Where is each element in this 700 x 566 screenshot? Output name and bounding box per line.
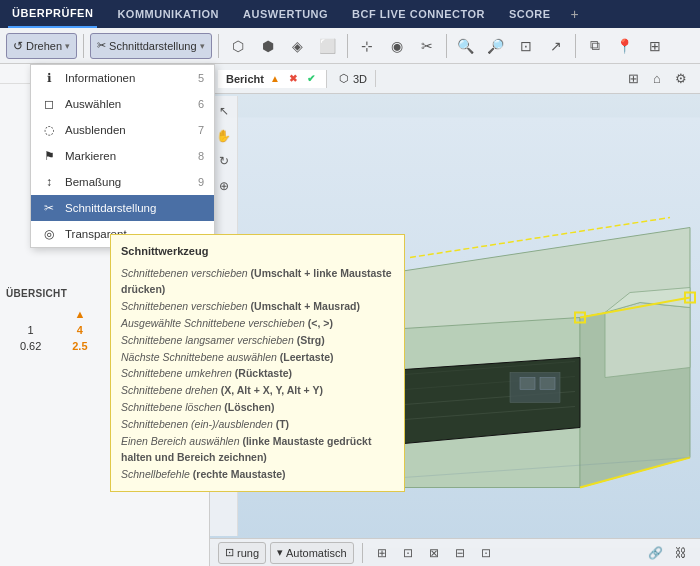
- orbit-tool-icon[interactable]: ↻: [213, 150, 235, 172]
- tooltip-line-1: Schnittebenen verschieben (Umschalt + li…: [121, 265, 394, 299]
- zoom-out-icon[interactable]: 🔎: [483, 33, 509, 59]
- viewport-action-icons: ⊞ ⌂ ⚙: [622, 68, 692, 90]
- menu-item-auswahlen[interactable]: ◻ Auswählen 6: [31, 91, 214, 117]
- stats-cell-label-1: 1: [6, 324, 55, 336]
- zoom-tool-icon[interactable]: ⊕: [213, 175, 235, 197]
- shortcut-7: 7: [198, 124, 204, 136]
- nav-add-tab[interactable]: +: [571, 6, 579, 22]
- warn-icon: ▲: [268, 72, 282, 86]
- viewport-settings[interactable]: ⚙: [670, 68, 692, 90]
- mark-icon: ⚑: [41, 148, 57, 164]
- section-chevron: ▾: [200, 41, 205, 51]
- bottom-icon-5[interactable]: ⊡: [475, 542, 497, 564]
- hide-icon: ◌: [41, 122, 57, 138]
- toolbar-separator-5: [575, 34, 576, 58]
- nav-item-score[interactable]: SCORE: [505, 0, 555, 28]
- nav-item-auswertung[interactable]: AUSWERTUNG: [239, 0, 332, 28]
- main-toolbar: ↺ Drehen ▾ ✂ Schnittdarstellung ▾ ⬡ ⬢ ◈ …: [0, 28, 700, 64]
- section-plane-icon[interactable]: ✂: [414, 33, 440, 59]
- bottom-separator-1: [362, 543, 363, 563]
- pan-tool-icon[interactable]: ✋: [213, 125, 235, 147]
- dropdown-menu: ℹ Informationen 5 ◻ Auswählen 6 ◌ Ausble…: [30, 64, 215, 248]
- tooltip-line-2: Schnittebenen verschieben (Umschalt + Ma…: [121, 298, 394, 315]
- toolbar-separator-2: [218, 34, 219, 58]
- menu-item-schnittdarstellung[interactable]: ✂ Schnittdarstellung: [31, 195, 214, 221]
- layers-icon[interactable]: ⧉: [582, 33, 608, 59]
- svg-marker-12: [605, 303, 690, 378]
- tooltip-line-11: Schnellbefehle (rechte Maustaste): [121, 466, 394, 483]
- viewport-tab-3d[interactable]: ⬡ 3D: [331, 70, 376, 87]
- tooltip-title: Schnittwerkzeug: [121, 243, 394, 261]
- camera-icon[interactable]: ◉: [384, 33, 410, 59]
- auto-icon: ▾: [277, 546, 283, 559]
- nav-item-bcf[interactable]: BCF LIVE CONNECTOR: [348, 0, 489, 28]
- viewport-tab-bericht[interactable]: Bericht ▲ ✖ ✔: [218, 70, 327, 88]
- bottom-rung-label: rung: [237, 547, 259, 559]
- menu-item-informationen[interactable]: ℹ Informationen 5: [31, 65, 214, 91]
- nav-item-kommunikation[interactable]: KOMMUNIKATION: [113, 0, 223, 28]
- view-perspective-icon[interactable]: ◈: [285, 33, 311, 59]
- auto-label: Automatisch: [286, 547, 347, 559]
- bottom-icon-3[interactable]: ⊠: [423, 542, 445, 564]
- left-panel: ▶ ℹ Informationen 5 ◻ Auswählen 6 ◌ Ausb…: [0, 64, 210, 566]
- menu-item-markieren[interactable]: ⚑ Markieren 8: [31, 143, 214, 169]
- select-icon: ◻: [41, 96, 57, 112]
- stats-header-warn: ▲: [55, 308, 104, 320]
- select-tool-icon[interactable]: ↖: [213, 100, 235, 122]
- stats-cell-label-2: 0.62: [6, 340, 55, 352]
- fit-view-icon[interactable]: ⊡: [513, 33, 539, 59]
- arrow-tools-icon[interactable]: ↗: [543, 33, 569, 59]
- tooltip-line-3: Ausgewählte Schnittebene verschieben (<,…: [121, 315, 394, 332]
- shortcut-9: 9: [198, 176, 204, 188]
- bottom-icon-2[interactable]: ⊡: [397, 542, 419, 564]
- bottom-view-btn[interactable]: ⊡ rung: [218, 542, 266, 564]
- menu-label-ausblenden: Ausblenden: [65, 124, 190, 136]
- section-view-button[interactable]: ✂ Schnittdarstellung ▾: [90, 33, 211, 59]
- rotate-button[interactable]: ↺ Drehen ▾: [6, 33, 77, 59]
- toolbar-separator-1: [83, 34, 84, 58]
- stack-layers-icon[interactable]: ⊞: [642, 33, 668, 59]
- view-3d-icon[interactable]: ⬢: [255, 33, 281, 59]
- toolbar-separator-4: [446, 34, 447, 58]
- tooltip-line-9: Schnittebenen (ein-)/ausblenden (T): [121, 416, 394, 433]
- stats-cell-warn-1: 4: [55, 324, 104, 336]
- tooltip-line-5: Nächste Schnittebene auswählen (Leertast…: [121, 349, 394, 366]
- bottom-link-icon-2[interactable]: ⛓: [670, 542, 692, 564]
- shortcut-5: 5: [198, 72, 204, 84]
- error-icon: ✖: [286, 72, 300, 86]
- nav-item-uberprufen[interactable]: ÜBERPRÜFEN: [8, 0, 97, 28]
- svg-rect-10: [520, 378, 535, 390]
- ok-icon: ✔: [304, 72, 318, 86]
- bottom-icon-1[interactable]: ⊞: [371, 542, 393, 564]
- tooltip-line-4: Schnittebene langsamer verschieben (Strg…: [121, 332, 394, 349]
- viewport-bottom-toolbar: ⊡ rung ▾ Automatisch ⊞ ⊡ ⊠ ⊟ ⊡ 🔗 ⛓: [210, 538, 700, 566]
- menu-label-schnittdarstellung: Schnittdarstellung: [65, 202, 196, 214]
- menu-item-ausblenden[interactable]: ◌ Ausblenden 7: [31, 117, 214, 143]
- section-label: Schnittdarstellung: [109, 40, 196, 52]
- bottom-link-icon-1[interactable]: 🔗: [644, 542, 666, 564]
- menu-label-bemabung: Bemaßung: [65, 176, 190, 188]
- rotate-chevron: ▾: [65, 41, 70, 51]
- view-icon-small: ⊡: [225, 546, 234, 559]
- tooltip-line-7: Schnittebene drehen (X, Alt + X, Y, Alt …: [121, 382, 394, 399]
- location-icon[interactable]: 📍: [612, 33, 638, 59]
- measure-icon[interactable]: ⊹: [354, 33, 380, 59]
- viewport-home[interactable]: ⌂: [646, 68, 668, 90]
- measure-dim-icon: ↕: [41, 174, 57, 190]
- viewport-zoom-extents[interactable]: ⊞: [622, 68, 644, 90]
- stats-cell-warn-2: 2.5: [55, 340, 104, 352]
- bottom-icon-4[interactable]: ⊟: [449, 542, 471, 564]
- zoom-in-icon[interactable]: 🔍: [453, 33, 479, 59]
- menu-item-bemabung[interactable]: ↕ Bemaßung 9: [31, 169, 214, 195]
- bottom-auto-btn[interactable]: ▾ Automatisch: [270, 542, 354, 564]
- menu-label-informationen: Informationen: [65, 72, 190, 84]
- shortcut-6: 6: [198, 98, 204, 110]
- shortcut-8: 8: [198, 150, 204, 162]
- viewport-toolbar: Bericht ▲ ✖ ✔ ⬡ 3D ⊞ ⌂ ⚙: [210, 64, 700, 94]
- view-cube-icon[interactable]: ⬡: [225, 33, 251, 59]
- view-ortho-icon[interactable]: ⬜: [315, 33, 341, 59]
- tooltip-popup: Schnittwerkzeug Schnittebenen verschiebe…: [110, 234, 405, 492]
- section-view-icon: ✂: [41, 200, 57, 216]
- rotate-label: Drehen: [26, 40, 62, 52]
- tab-bericht-label: Bericht: [226, 73, 264, 85]
